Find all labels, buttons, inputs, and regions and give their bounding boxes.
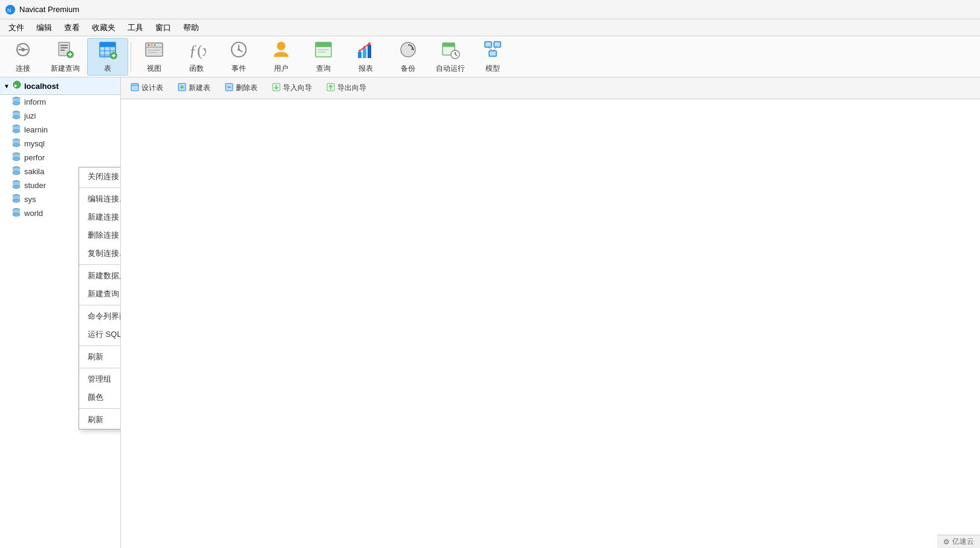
function-icon: ƒ(x): [187, 40, 206, 62]
view-label: 视图: [147, 64, 161, 74]
ctx-new-conn[interactable]: 新建连接 ▶: [79, 208, 121, 226]
app-icon: N: [5, 4, 16, 15]
user-label: 用户: [274, 64, 288, 74]
db-juzi[interactable]: juzi: [0, 109, 120, 123]
expand-arrow: ▼: [4, 83, 10, 90]
db-student-label: studer: [24, 181, 46, 190]
toolbar-sep-1: [131, 42, 131, 72]
svg-point-27: [151, 44, 153, 46]
connection-header[interactable]: ▼ ▶ localhost: [0, 77, 120, 95]
ctx-sep-3: [79, 305, 121, 305]
ctx-new-query[interactable]: 新建查询: [79, 285, 121, 303]
connection-icon: ▶: [12, 80, 22, 92]
svg-rect-44: [368, 45, 371, 58]
db-sakila-label: sakila: [24, 167, 44, 176]
menu-tools[interactable]: 工具: [122, 20, 149, 36]
db-learning-label: learnin: [24, 125, 48, 134]
delete-table-label: 删除表: [236, 83, 258, 93]
table-icon: [98, 40, 117, 62]
menu-edit[interactable]: 编辑: [30, 20, 58, 36]
ct-export-wizard[interactable]: 导出向导: [322, 81, 371, 95]
ct-delete-table[interactable]: 删除表: [220, 81, 262, 95]
db-inform[interactable]: inform: [0, 95, 120, 109]
svg-point-26: [148, 44, 150, 46]
db-mysql-label: mysql: [24, 139, 45, 148]
svg-point-91: [13, 214, 20, 217]
backup-label: 备份: [401, 64, 415, 74]
content-area: 设计表 新建表 删除表: [121, 77, 980, 548]
svg-rect-42: [358, 52, 362, 58]
menu-file[interactable]: 文件: [2, 20, 30, 36]
svg-rect-58: [489, 51, 496, 56]
ct-import-wizard[interactable]: 导入向导: [267, 81, 317, 95]
user-icon: [271, 40, 291, 62]
ct-new-table[interactable]: 新建表: [173, 81, 215, 95]
svg-text:ƒ(x): ƒ(x): [189, 42, 206, 59]
ctx-run-sql[interactable]: 运行 SQL 文件...: [79, 325, 121, 344]
toolbar-view[interactable]: 视图: [134, 38, 175, 76]
svg-point-36: [277, 42, 285, 50]
db-perfor[interactable]: perfor: [0, 151, 120, 165]
new-table-icon: [178, 83, 186, 93]
export-wizard-icon: [326, 83, 335, 93]
connect-icon: [13, 40, 33, 62]
model-icon: [483, 40, 502, 62]
ctx-manage-group[interactable]: 管理组 ▶: [79, 370, 121, 388]
ctx-new-db[interactable]: 新建数据库...: [79, 267, 121, 285]
menu-favorites[interactable]: 收藏夹: [86, 20, 122, 36]
toolbar-event[interactable]: 事件: [218, 38, 259, 76]
db-sys-label: sys: [24, 195, 36, 204]
new-query-icon: [56, 40, 75, 62]
ctx-delete-conn[interactable]: 删除连接: [79, 226, 121, 244]
ctx-edit-conn[interactable]: 编辑连接...: [79, 190, 121, 208]
svg-point-35: [238, 48, 240, 51]
table-label: 表: [104, 64, 111, 74]
toolbar-report[interactable]: 报表: [345, 38, 386, 76]
ctx-color[interactable]: 颜色 ▶: [79, 388, 121, 406]
db-icon-world: [12, 208, 21, 218]
content-toolbar: 设计表 新建表 删除表: [121, 77, 980, 99]
event-icon: [229, 40, 248, 62]
toolbar-table[interactable]: 表: [87, 38, 128, 76]
svg-rect-43: [363, 48, 366, 58]
toolbar-model[interactable]: 模型: [472, 38, 513, 76]
toolbar-connect[interactable]: 连接: [2, 38, 44, 76]
svg-point-70: [13, 116, 20, 119]
db-learning[interactable]: learnin: [0, 123, 120, 137]
toolbar-function[interactable]: ƒ(x) 函数: [176, 38, 217, 76]
export-wizard-label: 导出向导: [337, 83, 366, 93]
db-mysql[interactable]: mysql: [0, 137, 120, 151]
design-table-icon: [131, 83, 139, 93]
ctx-cmd-line[interactable]: 命令列界面...: [79, 307, 121, 325]
ctx-close-conn[interactable]: 关闭连接: [79, 168, 121, 186]
ct-design-table[interactable]: 设计表: [126, 81, 168, 95]
toolbar-query[interactable]: 查询: [303, 38, 344, 76]
menu-help[interactable]: 帮助: [177, 20, 205, 36]
svg-point-28: [154, 44, 156, 46]
ctx-refresh[interactable]: 刷新 ▶: [79, 348, 121, 366]
db-perfor-label: perfor: [24, 153, 45, 162]
toolbar-new-query[interactable]: 新建查询: [45, 38, 86, 76]
menu-view[interactable]: 查看: [58, 20, 86, 36]
svg-text:N: N: [7, 7, 11, 13]
svg-rect-92: [131, 83, 138, 91]
report-icon: [356, 40, 375, 62]
toolbar-user[interactable]: 用户: [261, 38, 302, 76]
new-query-label: 新建查询: [51, 64, 80, 74]
toolbar-autorun[interactable]: 自动运行: [430, 38, 471, 76]
import-wizard-icon: [272, 83, 281, 93]
status-text: ⚙: [943, 538, 950, 546]
db-icon-student: [12, 180, 21, 191]
svg-rect-20: [100, 42, 115, 47]
ctx-copy-conn[interactable]: 复制连接...: [79, 244, 121, 263]
toolbar-backup[interactable]: 备份: [388, 38, 429, 76]
db-icon-juzi: [12, 111, 21, 121]
svg-rect-57: [494, 42, 501, 47]
sidebar: ▼ ▶ localhost inform: [0, 77, 121, 548]
menu-window[interactable]: 窗口: [149, 20, 177, 36]
svg-point-46: [363, 46, 366, 48]
ctx-sep-1: [79, 188, 121, 188]
toolbar: 连接 新建查询: [0, 36, 980, 77]
svg-point-79: [13, 158, 20, 161]
ctx-refresh-2[interactable]: 刷新: [79, 411, 121, 429]
